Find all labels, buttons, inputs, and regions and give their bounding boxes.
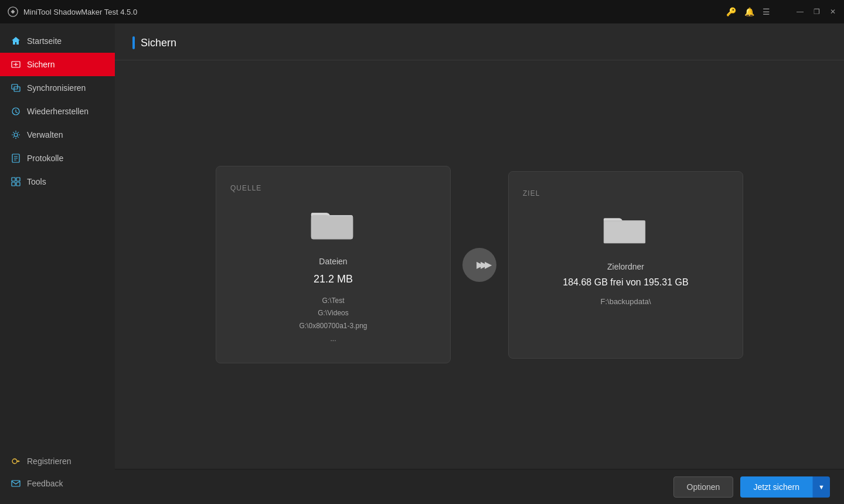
source-size: 21.2 MB xyxy=(314,273,353,285)
sidebar-item-tools[interactable]: Tools xyxy=(0,170,115,193)
menu-icon[interactable]: ☰ xyxy=(763,7,770,16)
svg-rect-8 xyxy=(16,178,20,181)
sidebar-item-register[interactable]: Registrieren xyxy=(0,450,115,472)
destination-free-space: 184.68 GB frei von 195.31 GB xyxy=(563,277,688,288)
sidebar-item-manage[interactable]: Verwalten xyxy=(0,123,115,147)
source-label: QUELLE xyxy=(230,184,261,192)
svg-rect-9 xyxy=(12,182,15,186)
sidebar-bottom: Registrieren Feedback xyxy=(0,441,115,504)
app-logo xyxy=(7,6,19,18)
destination-path: F:\backupdata\ xyxy=(601,297,651,306)
cards-area: QUELLE xyxy=(115,60,844,469)
content-header: Sichern xyxy=(115,23,844,60)
backup-button-group: Jetzt sichern ▼ xyxy=(740,476,830,498)
svg-rect-18 xyxy=(604,221,644,242)
sidebar-label-sync: Synchronisieren xyxy=(27,83,86,93)
sidebar-label-tools: Tools xyxy=(27,177,46,186)
svg-point-5 xyxy=(14,133,18,137)
source-path-2: G:\Videos xyxy=(299,307,367,320)
svg-rect-12 xyxy=(12,481,20,486)
sidebar-label-register: Registrieren xyxy=(27,457,71,466)
source-path-1: G:\Test xyxy=(299,295,367,308)
source-folder-icon xyxy=(310,204,357,245)
key-titlebar-icon[interactable]: 🔑 xyxy=(726,7,736,16)
backup-now-button[interactable]: Jetzt sichern xyxy=(740,476,812,498)
arrow-button[interactable]: ▶▶▶ xyxy=(462,248,496,282)
sidebar-label-backup: Sichern xyxy=(27,60,55,69)
options-button[interactable]: Optionen xyxy=(673,476,734,498)
destination-type: Zielordner xyxy=(607,262,644,271)
sidebar-item-feedback[interactable]: Feedback xyxy=(0,472,115,495)
sidebar: Startseite Sichern Synchronisieren xyxy=(0,23,115,504)
window-controls: 🔑 🔔 ☰ — ❐ ✕ xyxy=(726,7,837,16)
source-path-3: G:\0x800700a1-3.png xyxy=(299,320,367,333)
sidebar-item-logs[interactable]: Protokolle xyxy=(0,147,115,170)
chevron-down-icon: ▼ xyxy=(818,483,825,491)
main-layout: Startseite Sichern Synchronisieren xyxy=(0,23,844,504)
sidebar-label-feedback: Feedback xyxy=(27,479,63,488)
backup-dropdown-button[interactable]: ▼ xyxy=(812,476,830,498)
destination-card[interactable]: ZIEL Zielordner 184.68 GB frei von 195.3… xyxy=(508,171,743,359)
source-card[interactable]: QUELLE xyxy=(216,166,451,363)
manage-icon xyxy=(11,130,21,140)
restore-icon xyxy=(11,106,21,117)
notification-icon[interactable]: 🔔 xyxy=(744,7,754,16)
logs-icon xyxy=(11,153,21,164)
sidebar-label-restore: Wiederherstellen xyxy=(27,107,89,116)
minimize-button[interactable]: — xyxy=(796,8,804,16)
backup-icon xyxy=(11,59,21,70)
svg-point-11 xyxy=(12,459,17,464)
backup-cards-row: QUELLE xyxy=(216,166,743,363)
destination-folder-icon xyxy=(603,209,649,250)
destination-label: ZIEL xyxy=(523,189,540,197)
titlebar: MiniTool ShadowMaker Test 4.5.0 🔑 🔔 ☰ — … xyxy=(0,0,844,23)
key-icon xyxy=(11,456,21,466)
sidebar-item-restore[interactable]: Wiederherstellen xyxy=(0,100,115,123)
sidebar-label-logs: Protokolle xyxy=(27,154,63,163)
sidebar-item-home[interactable]: Startseite xyxy=(0,29,115,53)
source-type: Dateien xyxy=(319,257,347,266)
sidebar-item-sync[interactable]: Synchronisieren xyxy=(0,76,115,100)
source-path-more: ... xyxy=(299,333,367,346)
page-title: Sichern xyxy=(141,37,176,49)
bottom-toolbar: Optionen Jetzt sichern ▼ xyxy=(115,469,844,504)
sidebar-label-manage: Verwalten xyxy=(27,130,63,139)
source-paths: G:\Test G:\Videos G:\0x800700a1-3.png ..… xyxy=(299,295,367,345)
sidebar-nav: Startseite Sichern Synchronisieren xyxy=(0,23,115,441)
tools-icon xyxy=(11,176,21,187)
sync-icon xyxy=(11,83,21,93)
svg-rect-7 xyxy=(12,178,15,181)
mail-icon xyxy=(11,478,21,489)
close-button[interactable]: ✕ xyxy=(829,8,837,16)
svg-rect-10 xyxy=(16,182,20,186)
home-icon xyxy=(11,36,21,46)
content-area: Sichern QUELLE xyxy=(115,23,844,504)
header-accent-bar xyxy=(132,36,135,49)
app-title: MiniTool ShadowMaker Test 4.5.0 xyxy=(23,8,726,16)
sidebar-label-home: Startseite xyxy=(27,36,62,46)
maximize-button[interactable]: ❐ xyxy=(812,8,821,16)
sidebar-item-backup[interactable]: Sichern xyxy=(0,53,115,76)
